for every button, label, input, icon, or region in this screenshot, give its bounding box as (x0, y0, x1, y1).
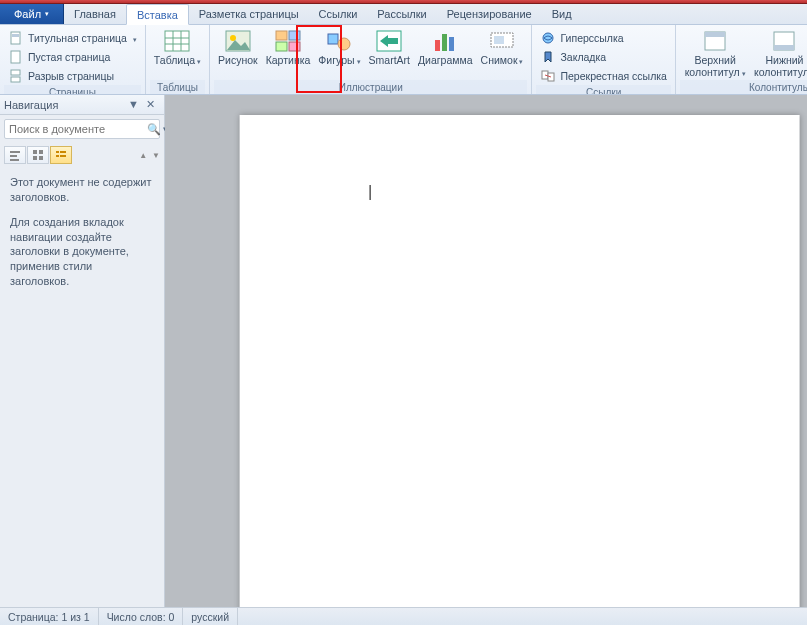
svg-rect-23 (494, 36, 504, 44)
svg-rect-16 (328, 34, 338, 44)
nav-message-1: Этот документ не содержит заголовков. (10, 175, 154, 205)
shapes-button[interactable]: Фигуры (314, 27, 364, 67)
tab-file[interactable]: Файл (0, 4, 64, 24)
shapes-label: Фигуры (318, 55, 360, 67)
svg-point-17 (338, 38, 350, 50)
svg-rect-2 (11, 51, 20, 63)
svg-rect-35 (10, 151, 20, 153)
svg-rect-14 (276, 42, 287, 51)
tab-insert[interactable]: Вставка (126, 4, 189, 25)
chart-button[interactable]: Диаграмма (414, 27, 477, 67)
nav-prev-icon[interactable]: ▲ (139, 151, 147, 160)
page-break-button[interactable]: Разрыв страницы (6, 67, 139, 85)
navigation-view-tabs: ▲ ▼ (4, 145, 160, 165)
header-button[interactable]: Верхний колонтитул (680, 27, 750, 78)
svg-rect-20 (442, 34, 447, 51)
svg-rect-41 (39, 156, 43, 160)
tab-review[interactable]: Рецензирование (437, 4, 542, 24)
navigation-search[interactable]: 🔍 ▾ (4, 119, 160, 139)
search-icon[interactable]: 🔍 (147, 123, 161, 136)
svg-rect-21 (449, 37, 454, 51)
tab-mailings[interactable]: Рассылки (367, 4, 436, 24)
hyperlink-icon (540, 30, 556, 46)
svg-rect-43 (60, 151, 66, 153)
tab-view[interactable]: Вид (542, 4, 582, 24)
nav-tab-pages[interactable] (27, 146, 49, 164)
crossref-label: Перекрестная ссылка (560, 70, 666, 82)
group-pages-label: Страницы (4, 85, 141, 95)
crossref-button[interactable]: Перекрестная ссылка (538, 67, 668, 85)
smartart-label: SmartArt (369, 55, 410, 67)
nav-dropdown-icon[interactable]: ▼ (128, 98, 142, 112)
table-button[interactable]: Таблица (150, 27, 205, 67)
nav-close-icon[interactable]: ✕ (146, 98, 160, 112)
svg-rect-40 (33, 156, 37, 160)
bookmark-button[interactable]: Закладка (538, 48, 668, 66)
clipart-icon (272, 29, 304, 53)
bookmark-icon (540, 49, 556, 65)
svg-rect-5 (165, 31, 189, 51)
footer-button[interactable]: Нижний колонтитул (750, 27, 807, 78)
cover-page-label: Титульная страница (28, 32, 127, 44)
document-page[interactable] (240, 115, 800, 607)
blank-page-label: Пустая страница (28, 51, 110, 63)
svg-rect-45 (60, 155, 66, 157)
svg-rect-44 (56, 155, 59, 157)
clipart-button[interactable]: Картинка (262, 27, 315, 67)
blank-page-icon (8, 49, 24, 65)
svg-rect-3 (11, 70, 20, 75)
navigation-title: Навигация (4, 99, 58, 111)
work-area: Навигация ▼ ✕ 🔍 ▾ ▲ ▼ Этот документ не с… (0, 95, 807, 607)
footer-label: Нижний колонтитул (754, 55, 807, 78)
tab-references[interactable]: Ссылки (309, 4, 368, 24)
shapes-icon (323, 29, 355, 53)
tab-page-layout[interactable]: Разметка страницы (189, 4, 309, 24)
svg-rect-37 (10, 159, 19, 161)
group-pages: Титульная страница Пустая страница Разры… (0, 25, 146, 94)
screenshot-button[interactable]: Снимок (477, 27, 528, 67)
hyperlink-label: Гиперссылка (560, 32, 623, 44)
crossref-icon (540, 68, 556, 84)
hyperlink-button[interactable]: Гиперссылка (538, 29, 668, 47)
nav-next-icon[interactable]: ▼ (152, 151, 160, 160)
screenshot-icon (486, 29, 518, 53)
status-bar: Страница: 1 из 1 Число слов: 0 русский (0, 607, 807, 625)
nav-message-2: Для создания вкладок навигации создайте … (10, 215, 154, 289)
page-break-icon (8, 68, 24, 84)
clipart-label: Картинка (266, 55, 311, 67)
svg-rect-19 (435, 40, 440, 51)
svg-rect-36 (10, 155, 17, 157)
screenshot-label: Снимок (481, 55, 524, 67)
group-links-label: Ссылки (536, 85, 670, 95)
document-area[interactable] (165, 95, 807, 607)
picture-button[interactable]: Рисунок (214, 27, 262, 67)
table-label: Таблица (154, 55, 201, 67)
bookmark-label: Закладка (560, 51, 606, 63)
picture-label: Рисунок (218, 55, 258, 67)
navigation-pane: Навигация ▼ ✕ 🔍 ▾ ▲ ▼ Этот документ не с… (0, 95, 165, 607)
header-label: Верхний колонтитул (684, 55, 746, 78)
nav-tab-headings[interactable] (4, 146, 26, 164)
svg-rect-15 (289, 42, 300, 51)
search-input[interactable] (9, 123, 147, 135)
group-illustrations-label: Иллюстрации (214, 80, 527, 94)
picture-icon (222, 29, 254, 53)
ribbon: Титульная страница Пустая страница Разры… (0, 25, 807, 95)
status-words[interactable]: Число слов: 0 (99, 608, 184, 625)
blank-page-button[interactable]: Пустая страница (6, 48, 139, 66)
smartart-button[interactable]: SmartArt (365, 27, 414, 67)
group-links: Гиперссылка Закладка Перекрестная ссылка… (532, 25, 675, 94)
cover-page-button[interactable]: Титульная страница (6, 29, 139, 47)
cover-page-icon (8, 30, 24, 46)
svg-point-11 (230, 35, 236, 41)
svg-rect-13 (289, 31, 300, 40)
tab-home[interactable]: Главная (64, 4, 126, 24)
footer-icon (768, 29, 800, 53)
status-page[interactable]: Страница: 1 из 1 (0, 608, 99, 625)
svg-rect-30 (774, 45, 794, 50)
ribbon-tabs: Файл Главная Вставка Разметка страницы С… (0, 4, 807, 25)
nav-tab-results[interactable] (50, 146, 72, 164)
svg-rect-38 (33, 150, 37, 154)
status-language[interactable]: русский (183, 608, 238, 625)
header-icon (699, 29, 731, 53)
